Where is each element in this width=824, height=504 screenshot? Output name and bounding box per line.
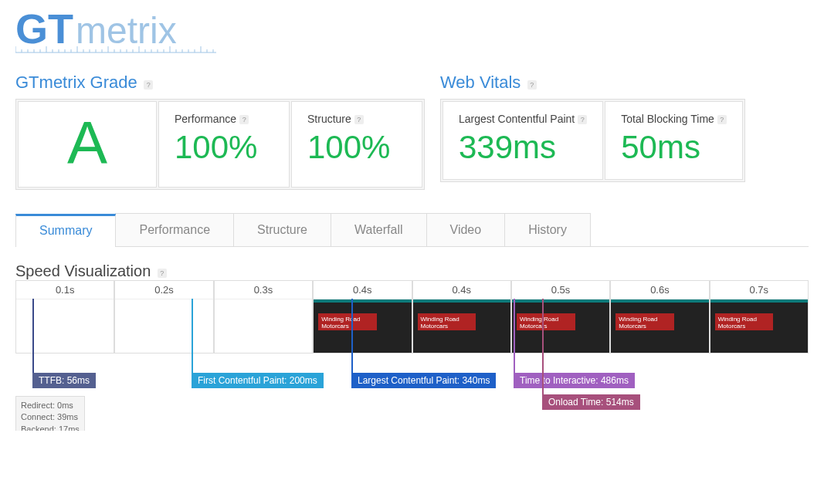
marker-lcp: Largest Contentful Paint: 340ms bbox=[351, 299, 353, 384]
structure-card: Structure? 100% bbox=[291, 101, 422, 188]
structure-value: 100% bbox=[307, 130, 406, 165]
performance-value: 100% bbox=[175, 130, 273, 165]
frame-1: 0.2s bbox=[114, 280, 213, 353]
marker-tti: Time to Interactive: 486ms bbox=[514, 299, 515, 384]
frame-thumb-loaded bbox=[512, 299, 609, 353]
frame-2: 0.3s bbox=[214, 280, 313, 353]
frame-thumb-blank bbox=[215, 299, 312, 353]
tab-waterfall[interactable]: Waterfall bbox=[331, 213, 427, 246]
frame-5: 0.5s bbox=[511, 280, 610, 353]
frame-0: 0.1s bbox=[15, 280, 114, 353]
frame-thumb-loaded bbox=[710, 299, 808, 353]
help-icon[interactable]: ? bbox=[717, 115, 727, 124]
lcp-value: 339ms bbox=[459, 130, 587, 165]
tab-structure[interactable]: Structure bbox=[233, 213, 331, 246]
vitals-group: Web Vitals ? Largest Contentful Paint? 3… bbox=[440, 73, 745, 190]
tab-summary[interactable]: Summary bbox=[15, 214, 116, 247]
performance-card: Performance? 100% bbox=[158, 101, 290, 188]
grade-group: GTmetrix Grade ? A Performance? 100% Str… bbox=[15, 73, 425, 190]
help-icon[interactable]: ? bbox=[158, 269, 167, 278]
tab-history[interactable]: History bbox=[504, 213, 591, 246]
ttfb-redirect: Redirect: 0ms bbox=[21, 400, 80, 411]
frame-thumb-blank bbox=[16, 299, 114, 353]
help-icon[interactable]: ? bbox=[239, 115, 249, 124]
help-icon[interactable]: ? bbox=[578, 115, 587, 124]
frame-6: 0.6s bbox=[610, 280, 709, 353]
tab-bar: Summary Performance Structure Waterfall … bbox=[15, 213, 809, 247]
performance-label: Performance bbox=[175, 113, 236, 125]
structure-label: Structure bbox=[307, 113, 351, 125]
vitals-title: Web Vitals bbox=[440, 73, 521, 93]
help-icon[interactable]: ? bbox=[354, 115, 364, 124]
grade-title: GTmetrix Grade bbox=[15, 73, 137, 93]
logo-gt: GT bbox=[15, 8, 73, 52]
tbt-label: Total Blocking Time bbox=[621, 113, 714, 125]
frame-thumb-loaded bbox=[611, 299, 708, 353]
filmstrip: 0.1s 0.2s 0.3s 0.4s 0.4s 0.5s 0.6s 0.7s … bbox=[15, 280, 809, 423]
ttfb-backend: Backend: 17ms bbox=[21, 424, 80, 431]
frame-3: 0.4s bbox=[313, 280, 412, 353]
frame-4: 0.4s bbox=[412, 280, 511, 353]
tbt-card: Total Blocking Time? 50ms bbox=[605, 101, 743, 180]
help-icon[interactable]: ? bbox=[527, 80, 537, 90]
lcp-card: Largest Contentful Paint? 339ms bbox=[443, 101, 603, 180]
speed-visualization-title: Speed Visualization bbox=[15, 262, 151, 279]
frame-7: 0.7s bbox=[710, 280, 809, 353]
lcp-label: Largest Contentful Paint bbox=[459, 113, 575, 125]
frame-thumb-blank bbox=[115, 299, 212, 353]
grade-card: A bbox=[18, 101, 157, 188]
help-icon[interactable]: ? bbox=[144, 80, 153, 90]
tab-performance[interactable]: Performance bbox=[115, 213, 234, 246]
grade-letter: A bbox=[67, 113, 107, 173]
frame-thumb-loaded bbox=[314, 299, 411, 353]
logo-metrix: metrix bbox=[76, 10, 177, 51]
frame-thumb-loaded bbox=[413, 299, 510, 353]
marker-ttfb: TTFB: 56ms bbox=[32, 299, 34, 384]
gtmetrix-logo: GT metrix bbox=[15, 8, 809, 57]
marker-onload: Onload Time: 514ms bbox=[542, 299, 544, 405]
marker-fcp: First Contentful Paint: 200ms bbox=[192, 299, 193, 384]
ttfb-details-box: Redirect: 0ms Connect: 39ms Backend: 17m… bbox=[15, 396, 85, 431]
tab-video[interactable]: Video bbox=[426, 213, 506, 246]
tbt-value: 50ms bbox=[621, 130, 727, 165]
ttfb-connect: Connect: 39ms bbox=[21, 411, 80, 423]
